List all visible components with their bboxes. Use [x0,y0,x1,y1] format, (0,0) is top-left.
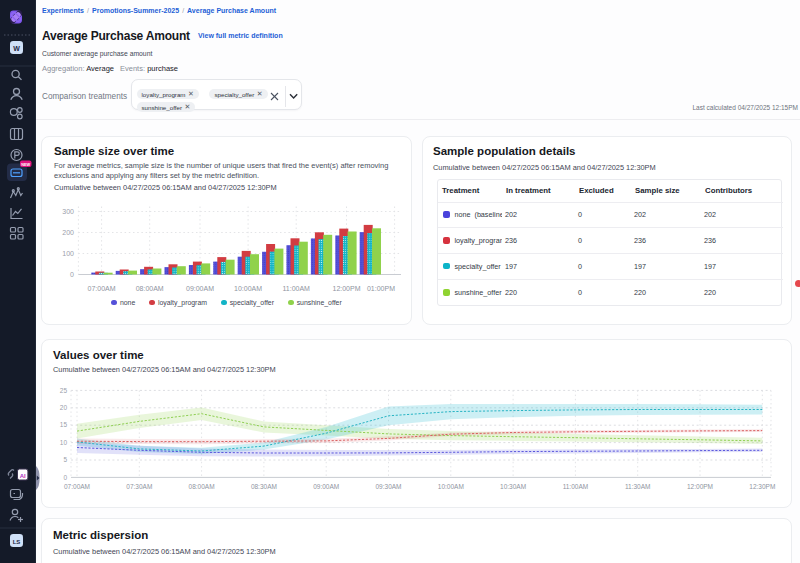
svg-text:5: 5 [63,456,67,463]
svg-text:200: 200 [62,229,74,236]
svg-text:07:00AM: 07:00AM [88,285,116,292]
svg-text:0: 0 [63,474,67,481]
svg-text:NEW: NEW [21,163,30,167]
svg-text:10:00AM: 10:00AM [234,285,262,292]
svg-text:100: 100 [62,250,74,257]
svg-text:09:00AM: 09:00AM [313,483,339,490]
svg-text:15: 15 [60,421,68,428]
svg-text:07:30AM: 07:30AM [126,483,152,490]
svg-text:10:30AM: 10:30AM [500,483,526,490]
svg-text:W: W [13,45,20,52]
svg-text:10: 10 [60,439,68,446]
svg-text:11:30AM: 11:30AM [625,483,651,490]
svg-text:11:00AM: 11:00AM [282,285,310,292]
svg-text:08:00AM: 08:00AM [189,483,215,490]
svg-text:LS: LS [13,539,21,545]
svg-text:12:30PM: 12:30PM [749,483,775,490]
svg-text:0: 0 [70,271,74,278]
svg-text:AI: AI [20,473,26,479]
svg-text:300: 300 [62,208,74,215]
svg-text:11:00AM: 11:00AM [563,483,589,490]
svg-text:08:30AM: 08:30AM [251,483,277,490]
svg-text:01:00PM: 01:00PM [367,285,395,292]
svg-text:09:30AM: 09:30AM [375,483,401,490]
svg-text:09:00AM: 09:00AM [186,285,214,292]
svg-text:25: 25 [60,387,68,394]
svg-text:12:00PM: 12:00PM [332,285,360,292]
svg-text:07:00AM: 07:00AM [64,483,90,490]
svg-text:20: 20 [60,404,68,411]
svg-text:12:00PM: 12:00PM [687,483,713,490]
svg-text:08:00AM: 08:00AM [136,285,164,292]
svg-text:10:00AM: 10:00AM [438,483,464,490]
